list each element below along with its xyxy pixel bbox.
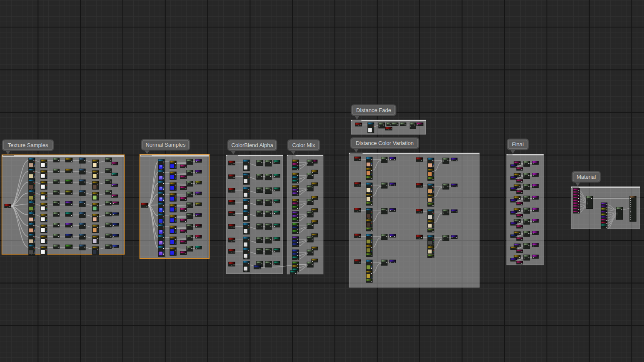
- svg-text:Distance Fade: Distance Fade: [356, 107, 391, 113]
- svg-text:Color Mix: Color Mix: [292, 142, 315, 148]
- svg-text:Material: Material: [577, 174, 596, 180]
- svg-text:Final: Final: [512, 141, 524, 147]
- svg-text:Texture Samples: Texture Samples: [8, 142, 48, 148]
- svg-text:ColorBlend Alpha: ColorBlend Alpha: [231, 142, 273, 148]
- svg-text:Normal Samples: Normal Samples: [145, 142, 186, 148]
- svg-text:Distance Color Variation: Distance Color Variation: [356, 140, 414, 146]
